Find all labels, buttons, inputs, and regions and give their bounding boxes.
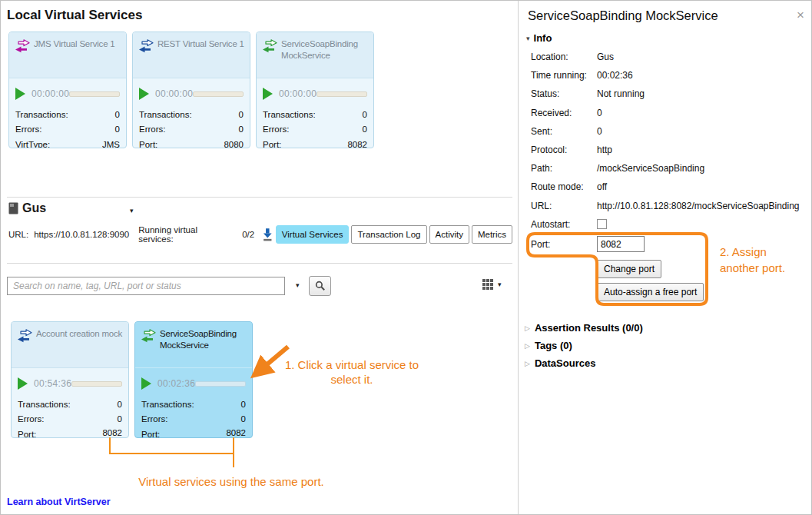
virtual-service-card-soap[interactable]: ServiceSoapBinding MockService 00:00:00 … <box>256 32 374 148</box>
virtual-service-name: JMS Virtual Service 1 <box>34 38 115 78</box>
stat-value: 0 <box>241 400 246 409</box>
close-icon[interactable]: × <box>797 8 804 22</box>
stat-label: Transactions: <box>263 110 316 119</box>
stat-label: Errors: <box>263 125 290 134</box>
tab-virtual-services[interactable]: Virtual Services <box>276 225 350 244</box>
play-icon[interactable] <box>18 377 28 390</box>
stat-label: Port: <box>139 140 157 148</box>
play-icon[interactable] <box>139 88 149 100</box>
play-icon[interactable] <box>263 88 273 100</box>
virt-service-arrows-icon <box>262 39 277 53</box>
same-port-connector-line <box>110 437 234 454</box>
url-label: URL: <box>8 230 28 239</box>
server-info-bar: URL: https://10.0.81.128:9090 Running vi… <box>8 224 512 245</box>
virtual-service-card-account-creation[interactable]: Account creation mock 00:54:36 Transacti… <box>11 321 129 438</box>
search-input[interactable] <box>7 277 285 295</box>
local-virtual-services-panel: Local Virtual Services JMS Virtual Servi… <box>1 1 519 515</box>
stat-label: Transactions: <box>15 110 68 119</box>
run-timer: 00:00:00 <box>155 88 193 99</box>
server-icon <box>8 202 18 214</box>
field-value: off <box>597 181 607 192</box>
card-stats: Transactions:0 Errors:0 Port:8082 <box>257 107 373 148</box>
click-service-annotation: 1. Click a virtual service to select it. <box>271 357 433 387</box>
stat-label: Port: <box>263 140 281 148</box>
view-switcher[interactable]: ▾ <box>482 279 502 290</box>
chevron-collapsed-icon: ▷ <box>525 360 530 367</box>
tab-activity[interactable]: Activity <box>429 225 469 244</box>
section-assertion-results[interactable]: ▷ Assertion Results (0/0) <box>525 319 801 337</box>
chevron-down-icon[interactable]: ▾ <box>130 207 134 214</box>
virtual-service-card-soap-selected[interactable]: ServiceSoapBinding MockService 00:02:36 … <box>134 321 253 438</box>
run-timer: 00:02:36 <box>157 378 195 389</box>
local-virtual-services-list: JMS Virtual Service 1 00:00:00 Transacti… <box>8 32 374 148</box>
stat-value: 0 <box>118 400 122 409</box>
field-label: Received: <box>531 108 597 118</box>
virt-service-arrows-icon <box>15 39 30 53</box>
stat-value: 0 <box>241 414 246 424</box>
field-value: 0 <box>597 108 602 118</box>
field-label: Path: <box>531 163 597 174</box>
port-input[interactable] <box>597 236 645 252</box>
assign-port-annotation: 2. Assign another port. <box>720 244 797 276</box>
stat-label: Transactions: <box>18 400 71 409</box>
port-value: 8082 <box>100 428 124 438</box>
virtual-service-name: Account creation mock <box>36 328 122 367</box>
stat-value: 8080 <box>224 140 244 148</box>
card-header: ServiceSoapBinding MockService <box>135 322 252 368</box>
search-history-chevron-icon[interactable]: ▾ <box>296 281 300 289</box>
tab-bar: Virtual Services Transaction Log Activit… <box>273 225 512 244</box>
stat-label: VirtType: <box>15 140 50 148</box>
play-icon[interactable] <box>141 377 151 390</box>
card-stats: Transactions:0 Errors:0 Port:8082 <box>12 397 128 438</box>
field-label: Route mode: <box>531 181 597 192</box>
stat-value: 0 <box>363 110 367 119</box>
progress-bar <box>69 91 120 97</box>
collapsed-sections: ▷ Assertion Results (0/0) ▷ Tags (0) ▷ D… <box>525 319 801 372</box>
stat-label: Port: <box>18 430 36 438</box>
play-icon[interactable] <box>15 88 25 100</box>
chevron-expanded-icon: ▾ <box>526 35 530 42</box>
field-label: Protocol: <box>531 145 597 155</box>
tab-metrics[interactable]: Metrics <box>472 225 512 244</box>
info-section-header[interactable]: ▾ Info <box>526 32 552 44</box>
section-datasources[interactable]: ▷ DataSources <box>525 354 801 372</box>
run-timer: 00:54:36 <box>34 378 71 389</box>
field-label: Status: <box>531 88 597 99</box>
info-section-label: Info <box>534 32 552 44</box>
field-value: /mockServiceSoapBinding <box>597 163 704 174</box>
virtual-service-card-rest[interactable]: REST Virtual Service 1 00:00:00 Transact… <box>132 32 250 148</box>
run-timer: 00:00:00 <box>279 88 317 99</box>
card-header: Account creation mock <box>12 322 128 368</box>
stat-label: Transactions: <box>141 400 194 409</box>
running-services-label: Running virtual services: <box>138 225 232 244</box>
section-divider <box>7 263 512 264</box>
field-value: http <box>597 145 612 155</box>
server-selector[interactable]: Gus <box>8 201 46 215</box>
stat-label: Errors: <box>139 125 166 134</box>
stat-value: 0 <box>239 125 244 134</box>
change-port-button[interactable]: Change port <box>597 260 661 278</box>
learn-about-virtserver-link[interactable]: Learn about VirtServer <box>7 497 111 507</box>
same-port-annotation: Virtual services using the same port. <box>112 474 350 489</box>
field-label: URL: <box>531 201 597 211</box>
run-timer: 00:00:00 <box>31 88 69 99</box>
virtual-service-name: REST Virtual Service 1 <box>157 38 244 78</box>
autostart-checkbox[interactable] <box>597 219 607 229</box>
tab-transaction-log[interactable]: Transaction Log <box>351 225 426 244</box>
service-detail-panel: ServiceSoapBinding MockService × ▾ Info … <box>519 1 812 515</box>
card-header: REST Virtual Service 1 <box>133 32 250 78</box>
chevron-down-icon: ▾ <box>498 281 502 288</box>
virtual-service-card-jms[interactable]: JMS Virtual Service 1 00:00:00 Transacti… <box>8 32 127 148</box>
stat-value: 0 <box>363 125 367 134</box>
field-label: Sent: <box>531 126 597 137</box>
auto-assign-port-button[interactable]: Auto-assign a free port <box>597 283 704 301</box>
field-value: Not running <box>597 88 645 99</box>
section-tags[interactable]: ▷ Tags (0) <box>525 337 801 354</box>
stat-label: Port: <box>141 430 160 438</box>
card-header: JMS Virtual Service 1 <box>9 32 126 78</box>
search-button[interactable] <box>309 276 331 296</box>
download-icon[interactable] <box>262 228 273 242</box>
stat-label: Errors: <box>141 414 168 424</box>
card-stats: Transactions:0 Errors:0 Port:8080 <box>133 107 250 148</box>
virtserver-window: Local Virtual Services JMS Virtual Servi… <box>0 0 812 515</box>
